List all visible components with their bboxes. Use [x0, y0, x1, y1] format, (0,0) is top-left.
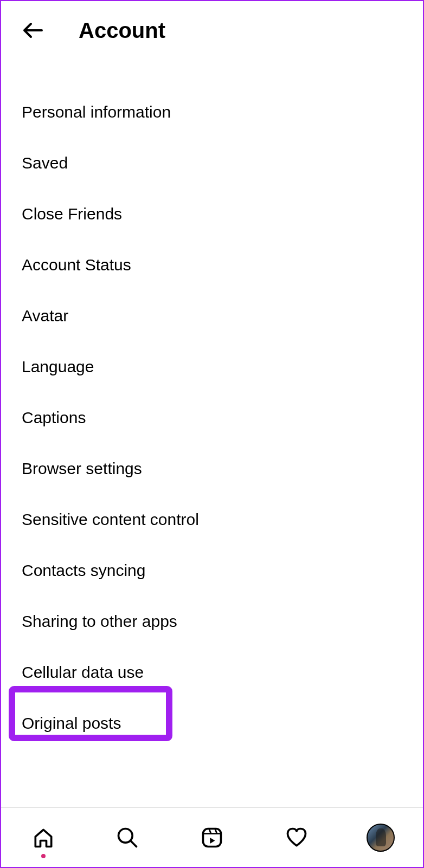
menu-item-browser-settings[interactable]: Browser settings — [1, 443, 423, 494]
nav-home[interactable] — [29, 824, 57, 852]
nav-profile[interactable] — [367, 824, 395, 852]
profile-avatar-icon — [367, 824, 395, 852]
menu-item-label: Close Friends — [22, 205, 122, 223]
menu-item-close-friends[interactable]: Close Friends — [1, 189, 423, 239]
menu-item-sensitive-content[interactable]: Sensitive content control — [1, 494, 423, 545]
header: Account — [1, 1, 423, 60]
menu-item-label: Saved — [22, 154, 68, 172]
menu-item-contacts-syncing[interactable]: Contacts syncing — [1, 545, 423, 596]
nav-search[interactable] — [113, 824, 142, 852]
nav-indicator-dot — [41, 854, 46, 858]
back-arrow-icon — [20, 17, 46, 43]
menu-item-label: Contacts syncing — [22, 561, 145, 579]
menu-item-label: Account Status — [22, 256, 131, 274]
page-title: Account — [79, 18, 165, 43]
menu-item-label: Original posts — [22, 714, 121, 732]
menu-item-personal-information[interactable]: Personal information — [1, 87, 423, 138]
menu-item-avatar[interactable]: Avatar — [1, 290, 423, 341]
menu-item-label: Sharing to other apps — [22, 612, 177, 630]
svg-rect-1 — [203, 828, 221, 846]
back-button[interactable] — [20, 17, 46, 43]
home-icon — [31, 826, 55, 850]
bottom-navigation — [1, 807, 423, 867]
menu-item-label: Avatar — [22, 307, 68, 325]
menu-item-original-posts[interactable]: Original posts — [1, 698, 423, 749]
account-menu-list: Personal information Saved Close Friends… — [1, 60, 423, 749]
menu-item-language[interactable]: Language — [1, 341, 423, 392]
reels-icon — [200, 826, 224, 850]
menu-item-saved[interactable]: Saved — [1, 138, 423, 189]
nav-activity[interactable] — [282, 824, 311, 852]
menu-item-account-status[interactable]: Account Status — [1, 239, 423, 290]
menu-item-label: Cellular data use — [22, 663, 144, 681]
menu-item-label: Sensitive content control — [22, 510, 199, 528]
menu-item-label: Language — [22, 358, 94, 375]
menu-item-cellular-data[interactable]: Cellular data use — [1, 647, 423, 698]
menu-item-label: Personal information — [22, 103, 171, 121]
menu-item-sharing-apps[interactable]: Sharing to other apps — [1, 596, 423, 647]
search-icon — [115, 826, 139, 850]
nav-reels[interactable] — [198, 824, 226, 852]
menu-item-label: Captions — [22, 409, 86, 426]
menu-item-captions[interactable]: Captions — [1, 392, 423, 443]
heart-icon — [285, 826, 309, 850]
menu-item-label: Browser settings — [22, 459, 142, 477]
